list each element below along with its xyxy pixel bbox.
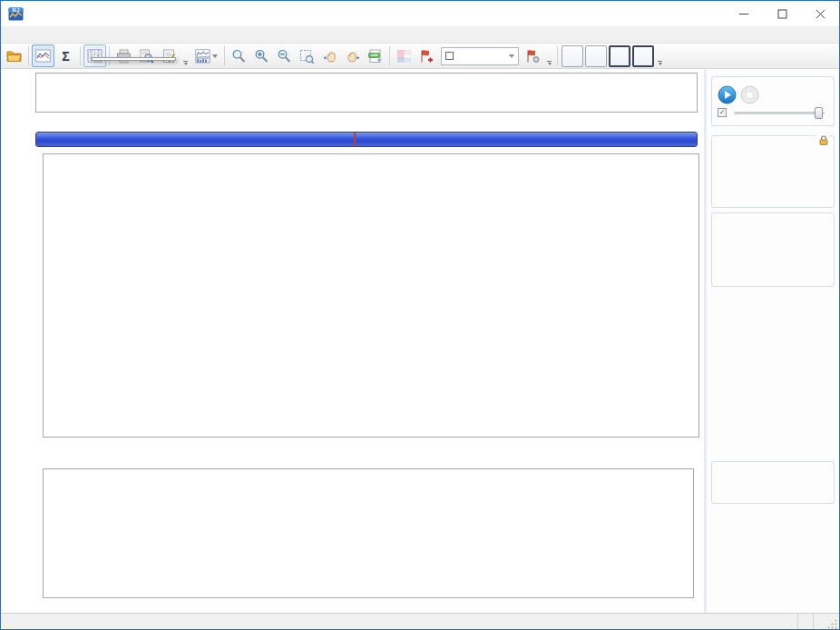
status-bar — [1, 613, 839, 629]
title-bar: XL2 — [1, 1, 839, 26]
dropdown-arrow-icon — [212, 54, 218, 58]
add-marker-flag-icon — [419, 49, 435, 64]
rta-chart[interactable] — [43, 468, 694, 598]
zoom-in-icon — [254, 49, 269, 64]
marker-settings-flag-icon — [525, 49, 541, 64]
percentiles-button[interactable] — [562, 45, 583, 67]
toolbar: Σ 0 2 Q F Z 60 — [1, 44, 839, 69]
export-xldb-button[interactable]: xldb — [364, 44, 386, 67]
toolbar-separator — [389, 46, 390, 65]
summary-button[interactable]: Σ — [54, 44, 77, 67]
zoom-out-icon — [277, 49, 292, 64]
svg-text:Σ: Σ — [62, 49, 69, 63]
parameter-select-button[interactable]: 0 2 Q F Z 60 — [83, 44, 106, 67]
dropdown-arrow-icon — [509, 54, 514, 58]
pan-right-hand-icon — [345, 49, 361, 64]
minimize-button[interactable] — [725, 1, 763, 26]
print-button[interactable] — [112, 44, 135, 67]
audio-panel: ✓ — [711, 76, 835, 126]
curve-selector-popup — [92, 57, 176, 61]
toolbar-overflow[interactable] — [181, 47, 190, 65]
stop-button[interactable] — [740, 85, 759, 104]
audio-cursor-mark[interactable] — [354, 133, 356, 146]
ldn-button[interactable] — [609, 45, 630, 67]
exclude-checkbox[interactable] — [445, 52, 454, 60]
agc-checkbox[interactable]: ✓ — [718, 108, 727, 117]
svg-text:2: 2 — [97, 50, 99, 54]
pan-left-hand-icon — [322, 49, 338, 64]
play-button[interactable] — [718, 85, 737, 104]
pan-right-button[interactable] — [341, 44, 364, 67]
zoom-in-button[interactable] — [250, 44, 273, 67]
zoom-selection-button[interactable] — [296, 44, 318, 67]
right-panel: ✓ — [709, 69, 837, 613]
magnifier-icon — [231, 49, 247, 64]
print-preview-icon — [139, 49, 154, 64]
cursor-lock[interactable] — [816, 133, 829, 149]
project-result-panel — [711, 212, 835, 287]
menu-bar — [1, 26, 839, 44]
zoom-selection-icon — [299, 49, 315, 64]
rta-percentiles-button[interactable] — [585, 45, 607, 67]
status-samples — [814, 614, 828, 629]
main-content: ✓ — [1, 69, 839, 613]
pan-left-button[interactable] — [318, 44, 341, 67]
window-controls — [725, 1, 839, 26]
svg-text:xldb: xldb — [370, 53, 378, 57]
gain-slider-handle[interactable] — [815, 107, 823, 119]
zoom-cursor-button[interactable] — [228, 44, 250, 67]
status-device — [1, 614, 798, 629]
add-marker-button[interactable] — [415, 44, 438, 67]
app-window: XL2 — [0, 0, 840, 630]
gain-slider[interactable] — [734, 112, 825, 114]
open-folder-icon — [6, 49, 22, 63]
marker-settings-button[interactable] — [522, 44, 544, 67]
lock-icon — [818, 135, 829, 145]
svg-text:0: 0 — [91, 50, 93, 54]
panel-splitter[interactable] — [704, 69, 707, 613]
toolbar-separator — [80, 46, 81, 65]
marker-type-dropdown[interactable] — [441, 47, 519, 65]
chart-type-icon — [195, 49, 210, 64]
status-range — [798, 614, 814, 629]
cursor-panel — [711, 135, 835, 208]
sigma-icon: Σ — [58, 49, 73, 63]
overview-chart[interactable] — [35, 73, 698, 113]
toolbar-overflow[interactable] — [656, 47, 664, 65]
close-icon — [816, 9, 825, 19]
toolbar-separator — [28, 46, 29, 65]
open-project-button[interactable] — [3, 44, 25, 67]
zoom-out-button[interactable] — [273, 44, 296, 67]
app-icon: XL2 — [8, 7, 24, 21]
toolbar-overflow[interactable] — [545, 47, 553, 65]
lzeq-panel — [711, 461, 835, 504]
chart-type-dropdown[interactable] — [190, 44, 221, 67]
main-level-chart[interactable] — [43, 153, 699, 438]
maximize-button[interactable] — [763, 1, 801, 26]
print-preview-button[interactable] — [135, 44, 158, 67]
minimize-icon — [739, 9, 749, 19]
maximize-icon — [777, 9, 787, 19]
audio-timeline-bar[interactable] — [35, 132, 698, 147]
xldb-export-icon: xldb — [367, 49, 383, 64]
toolbar-separator — [224, 46, 225, 65]
report-check-icon — [161, 49, 177, 64]
printer-icon — [116, 49, 132, 64]
svg-text:XL2: XL2 — [12, 8, 20, 13]
lr-button[interactable] — [632, 45, 654, 67]
report-button[interactable] — [158, 44, 181, 67]
close-button[interactable] — [801, 1, 839, 26]
toolbar-separator — [109, 46, 110, 65]
toolbar-separator — [557, 46, 558, 65]
level-chart-icon — [35, 49, 51, 63]
level-view-button[interactable] — [32, 44, 54, 67]
marker-palette-icon — [396, 49, 412, 64]
marker-palette-button[interactable] — [393, 44, 415, 67]
resize-grip[interactable] — [828, 620, 837, 629]
